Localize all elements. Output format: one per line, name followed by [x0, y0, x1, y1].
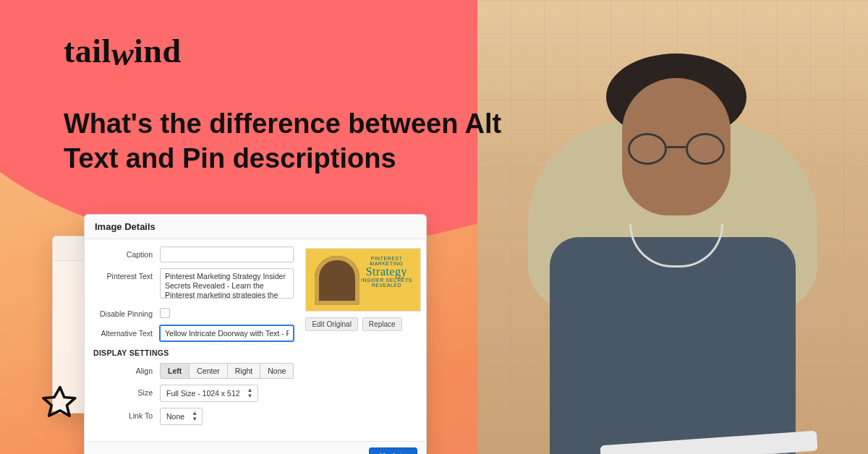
align-label: Align — [93, 363, 160, 375]
link-to-label: Link To — [93, 408, 160, 420]
alternative-text-input[interactable] — [160, 325, 294, 341]
update-button[interactable]: Update — [369, 447, 417, 454]
thumb-script: Strategy — [358, 266, 414, 278]
field-pinterest-text: Pinterest Text Pinterest Marketing Strat… — [93, 268, 294, 300]
align-option-right[interactable]: Right — [228, 363, 261, 379]
caption-label: Caption — [93, 247, 160, 259]
image-thumbnail[interactable]: PINTEREST MARKETING Strategy INSIDER SEC… — [305, 248, 421, 312]
caption-input[interactable] — [160, 247, 294, 262]
promo-canvas: tailwind What's the difference between A… — [0, 0, 868, 454]
preview-column: PINTEREST MARKETING Strategy INSIDER SEC… — [302, 239, 427, 441]
pinterest-text-input[interactable]: Pinterest Marketing Strategy Insider Sec… — [160, 268, 294, 299]
pinterest-text-label: Pinterest Text — [93, 268, 160, 280]
form-column: Caption Pinterest Text Pinterest Marketi… — [85, 239, 302, 441]
field-size: Size Full Size - 1024 x 512 ▲▼ — [93, 385, 294, 402]
display-settings-heading: DISPLAY SETTINGS — [93, 348, 294, 357]
star-icon — [41, 383, 80, 422]
thumbnail-text: PINTEREST MARKETING Strategy INSIDER SEC… — [358, 256, 414, 288]
size-label: Size — [93, 385, 160, 397]
person-illustration — [514, 49, 832, 454]
field-caption: Caption — [93, 247, 294, 262]
link-to-select[interactable]: None ▲▼ — [160, 408, 203, 425]
thumb-line2: INSIDER SECRETS REVEALED — [358, 278, 414, 288]
door-illustration — [315, 256, 359, 305]
image-details-panel: Image Details Caption Pinterest Text Pin… — [84, 214, 427, 454]
field-align: Align Left Center Right None — [93, 363, 294, 379]
replace-button[interactable]: Replace — [362, 317, 402, 331]
stepper-icon: ▲▼ — [246, 387, 255, 399]
link-to-value: None — [166, 412, 184, 421]
brand-logo: tailwind — [64, 32, 182, 73]
edit-original-button[interactable]: Edit Original — [305, 317, 357, 331]
field-disable-pinning: Disable Pinning — [93, 306, 294, 320]
field-link-to: Link To None ▲▼ — [93, 408, 294, 425]
align-segmented: Left Center Right None — [160, 363, 294, 379]
align-option-center[interactable]: Center — [190, 363, 228, 379]
field-alternative-text: Alternative Text — [93, 325, 294, 341]
align-option-left[interactable]: Left — [160, 363, 190, 379]
alternative-text-label: Alternative Text — [93, 325, 160, 338]
hero-photo — [477, 0, 868, 454]
size-select[interactable]: Full Size - 1024 x 512 ▲▼ — [160, 385, 258, 402]
disable-pinning-label: Disable Pinning — [93, 306, 160, 318]
size-value: Full Size - 1024 x 512 — [166, 389, 240, 398]
align-option-none[interactable]: None — [260, 363, 294, 379]
panel-title: Image Details — [85, 215, 426, 239]
disable-pinning-checkbox[interactable] — [160, 308, 170, 318]
headline: What's the difference between Alt Text a… — [64, 107, 512, 176]
stepper-icon: ▲▼ — [190, 411, 199, 422]
thumb-line1: PINTEREST MARKETING — [358, 256, 414, 266]
